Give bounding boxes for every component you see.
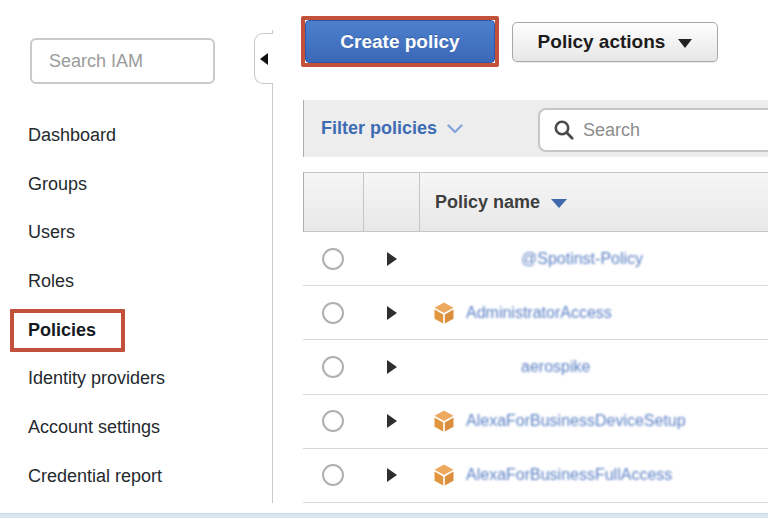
row-expand-icon[interactable]: [387, 252, 397, 266]
policy-name-link[interactable]: aerospike: [521, 358, 590, 376]
policy-search-input[interactable]: [583, 120, 768, 141]
sidebar-item-credential-report[interactable]: Credential report: [0, 452, 272, 501]
filter-policies-dropdown[interactable]: Filter policies: [321, 118, 463, 139]
collapse-sidebar-icon: [260, 53, 268, 65]
policy-name-link[interactable]: @Spotinst-Policy: [521, 250, 643, 268]
row-expand-icon[interactable]: [387, 360, 397, 374]
row-radio-button[interactable]: [322, 464, 344, 486]
filter-chevron-icon: [447, 124, 463, 134]
table-row: aerospike: [303, 340, 768, 394]
policies-annotation-box: Policies: [10, 309, 125, 352]
policy-actions-button[interactable]: Policy actions: [512, 22, 718, 62]
sidebar-item-policies[interactable]: Policies: [0, 306, 272, 355]
row-radio-button[interactable]: [322, 302, 344, 324]
search-iam-input[interactable]: [30, 38, 215, 84]
create-policy-button[interactable]: Create policy: [305, 20, 495, 63]
sidebar-item-roles[interactable]: Roles: [0, 257, 272, 306]
table-header-row: Policy name: [303, 172, 768, 232]
row-radio-button[interactable]: [322, 410, 344, 432]
filter-policies-label: Filter policies: [321, 118, 437, 139]
policy-name-link[interactable]: AlexaForBusinessDeviceSetup: [466, 412, 686, 430]
aws-managed-policy-icon: [432, 409, 456, 433]
sort-caret-icon: [551, 199, 567, 208]
policy-name-header-label: Policy name: [435, 192, 540, 213]
row-radio-button[interactable]: [322, 248, 344, 270]
policy-table-body: @Spotinst-Policy AdministratorAccess aer…: [303, 232, 768, 503]
aws-managed-policy-icon: [432, 301, 456, 325]
row-expand-icon[interactable]: [387, 414, 397, 428]
table-row: AdministratorAccess: [303, 286, 768, 340]
search-icon: [553, 119, 575, 141]
sidebar-divider: [272, 30, 273, 503]
sidebar-nav: Dashboard Groups Users Roles Policies Id…: [0, 111, 272, 501]
aws-managed-policy-icon: [432, 463, 456, 487]
sidebar-item-groups[interactable]: Groups: [0, 160, 272, 209]
sidebar-item-dashboard[interactable]: Dashboard: [0, 111, 272, 160]
column-separator: [363, 173, 364, 231]
policy-name-link[interactable]: AdministratorAccess: [466, 304, 612, 322]
row-radio-button[interactable]: [322, 356, 344, 378]
column-header-policy-name[interactable]: Policy name: [435, 192, 567, 213]
iam-sidebar: Dashboard Groups Users Roles Policies Id…: [0, 0, 272, 518]
sidebar-item-identity-providers[interactable]: Identity providers: [0, 354, 272, 403]
policy-search-box: [538, 108, 768, 152]
policy-name-link[interactable]: AlexaForBusinessFullAccess: [466, 466, 672, 484]
sidebar-item-account-settings[interactable]: Account settings: [0, 403, 272, 452]
create-policy-annotation-box: Create policy: [301, 16, 499, 67]
table-row: AlexaForBusinessFullAccess: [303, 449, 768, 503]
window-bottom-edge: [0, 513, 768, 518]
policy-actions-label: Policy actions: [538, 31, 666, 53]
row-expand-icon[interactable]: [387, 306, 397, 320]
dropdown-caret-icon: [678, 39, 692, 48]
sidebar-item-users[interactable]: Users: [0, 208, 272, 257]
row-expand-icon[interactable]: [387, 468, 397, 482]
table-row: AlexaForBusinessDeviceSetup: [303, 395, 768, 449]
collapse-sidebar-button[interactable]: [254, 33, 273, 84]
column-separator: [419, 173, 420, 231]
table-row: @Spotinst-Policy: [303, 232, 768, 286]
